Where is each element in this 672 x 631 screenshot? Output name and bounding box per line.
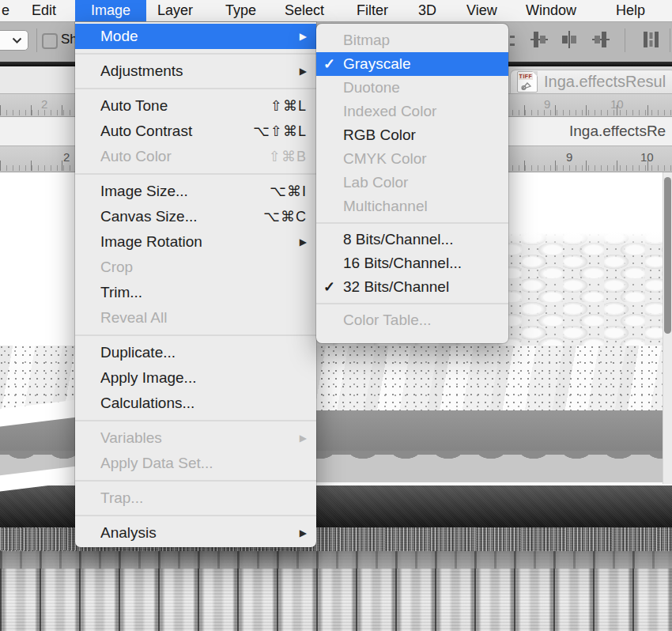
- submenu-arrow-icon: ▶: [300, 236, 307, 247]
- menu-item-trap: Trap...: [75, 486, 316, 511]
- submenu-item-8-bits[interactable]: 8 Bits/Channel...: [316, 228, 508, 251]
- distribute-horizontal-centers-icon[interactable]: [642, 29, 659, 50]
- toolbar-separator: [36, 28, 37, 52]
- menu-item-image-size[interactable]: Image Size... ⌥⌘I: [75, 179, 316, 204]
- menu-item-apply-image[interactable]: Apply Image...: [75, 365, 316, 391]
- tiff-file-icon: TIFF: [517, 71, 538, 93]
- menu-item-apply-data-set: Apply Data Set...: [75, 451, 316, 476]
- mode-submenu-panel: Bitmap ✓ Grayscale Duotone Indexed Color…: [316, 24, 508, 343]
- menubar-item-view[interactable]: View: [466, 0, 497, 21]
- menubar-item-layer[interactable]: Layer: [157, 0, 193, 21]
- submenu-item-32-bits[interactable]: ✓ 32 Bits/Channel: [316, 275, 508, 299]
- submenu-item-bitmap: Bitmap: [316, 28, 508, 52]
- menu-separator: [75, 331, 316, 340]
- menu-item-trim[interactable]: Trim...: [75, 280, 316, 305]
- menu-item-duplicate[interactable]: Duplicate...: [75, 340, 316, 365]
- menubar-item-window[interactable]: Window: [526, 0, 576, 21]
- toolbar-separator: [670, 28, 670, 52]
- submenu-item-multichannel: Multichannel: [316, 195, 508, 218]
- menu-separator: [75, 511, 316, 520]
- menu-item-crop: Crop: [75, 255, 316, 280]
- menu-separator: [75, 169, 316, 179]
- submenu-item-cmyk-color: CMYK Color: [316, 147, 508, 171]
- menubar-item-edit[interactable]: Edit: [32, 0, 56, 21]
- menu-separator: [75, 49, 316, 59]
- menu-item-canvas-size[interactable]: Canvas Size... ⌥⌘C: [75, 204, 316, 229]
- menubar-item-file-partial[interactable]: e: [2, 0, 9, 21]
- menu-item-reveal-all: Reveal All: [75, 305, 316, 331]
- menu-item-auto-color: Auto Color ⇧⌘B: [75, 144, 316, 169]
- menu-item-adjustments[interactable]: Adjustments ▶: [75, 59, 316, 84]
- hidden-icon-fragment: [510, 36, 515, 38]
- tool-preset-dropdown[interactable]: [0, 30, 28, 51]
- submenu-arrow-icon: ▶: [300, 31, 307, 42]
- menu-separator: [75, 416, 316, 425]
- menu-item-variables: Variables ▶: [75, 425, 316, 451]
- mattress-pocket-springs-layer: [0, 551, 672, 631]
- shortcut: ⇧⌘B: [269, 148, 307, 165]
- show-transform-controls-checkbox[interactable]: [42, 33, 58, 49]
- photoshop-window: TIFF Inga.effectsResul 2 9 10 Inga.effec…: [0, 0, 672, 631]
- image-menu-panel: Mode ▶ Adjustments ▶ Auto Tone ⇧⌘L Auto …: [75, 22, 316, 547]
- menubar-item-select[interactable]: Select: [285, 0, 324, 21]
- menu-bar: e Edit Image Layer Type Select Filter 3D…: [0, 0, 672, 22]
- submenu-item-duotone: Duotone: [316, 76, 508, 100]
- menu-item-calculations[interactable]: Calculations...: [75, 391, 316, 416]
- menu-item-auto-contrast[interactable]: Auto Contrast ⌥⇧⌘L: [75, 119, 316, 144]
- submenu-item-grayscale[interactable]: ✓ Grayscale: [316, 52, 508, 76]
- menu-separator: [75, 476, 316, 486]
- submenu-arrow-icon: ▶: [300, 433, 307, 444]
- checkmark-icon: ✓: [323, 52, 335, 76]
- align-left-edges-icon[interactable]: [530, 29, 548, 50]
- submenu-arrow-icon: ▶: [300, 527, 307, 538]
- vertical-scrollbar[interactable]: [663, 172, 672, 484]
- menu-separator: [316, 218, 508, 228]
- menubar-item-filter[interactable]: Filter: [357, 0, 388, 21]
- document-tab-title: Inga.effectsRe: [569, 123, 666, 140]
- menu-item-image-rotation[interactable]: Image Rotation ▶: [75, 229, 316, 255]
- chevron-down-icon: [12, 37, 22, 44]
- shortcut: ⌥⇧⌘L: [253, 123, 307, 140]
- submenu-item-indexed-color: Indexed Color: [316, 100, 508, 123]
- submenu-item-color-table: Color Table...: [316, 308, 508, 332]
- menubar-item-help[interactable]: Help: [616, 0, 645, 21]
- submenu-item-lab-color: Lab Color: [316, 171, 508, 195]
- hidden-icon-fragment: [510, 43, 515, 46]
- menubar-item-image[interactable]: Image: [75, 0, 146, 21]
- shortcut: ⌥⌘C: [263, 208, 307, 225]
- menu-item-analysis[interactable]: Analysis ▶: [75, 520, 316, 546]
- submenu-item-16-bits[interactable]: 16 Bits/Channel...: [316, 251, 508, 275]
- menubar-item-3d[interactable]: 3D: [418, 0, 436, 21]
- toolbar-separator: [625, 28, 625, 52]
- checkmark-icon: ✓: [323, 275, 335, 299]
- shortcut: ⇧⌘L: [270, 97, 307, 115]
- menu-item-mode[interactable]: Mode ▶: [75, 24, 316, 49]
- pen-glyph: [520, 81, 532, 90]
- scrollbar-thumb[interactable]: [664, 177, 671, 334]
- menu-separator: [75, 84, 316, 93]
- menu-item-auto-tone[interactable]: Auto Tone ⇧⌘L: [75, 93, 316, 119]
- align-right-edges-icon[interactable]: [592, 29, 610, 50]
- shortcut: ⌥⌘I: [270, 183, 307, 200]
- document-tab-title: Inga.effectsResul: [544, 73, 666, 91]
- submenu-arrow-icon: ▶: [300, 66, 307, 77]
- menu-separator: [316, 299, 508, 308]
- submenu-item-rgb-color[interactable]: RGB Color: [316, 123, 508, 147]
- menubar-item-type[interactable]: Type: [225, 0, 256, 21]
- document-tab[interactable]: TIFF Inga.effectsResul: [510, 70, 672, 93]
- align-horizontal-centers-icon[interactable]: [561, 29, 578, 50]
